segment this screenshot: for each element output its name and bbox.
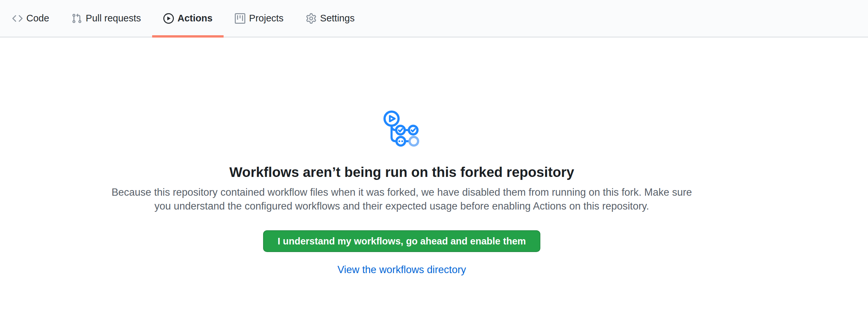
blankslate-title: Workflows aren’t being run on this forke… bbox=[0, 164, 803, 181]
gear-icon bbox=[306, 13, 316, 24]
enable-workflows-button[interactable]: I understand my workflows, go ahead and … bbox=[263, 230, 540, 252]
tab-settings[interactable]: Settings bbox=[295, 0, 366, 37]
project-board-icon bbox=[235, 13, 245, 24]
tab-projects-label: Projects bbox=[249, 13, 283, 23]
repo-tab-bar: Code Pull requests Actions Projects Sett… bbox=[0, 0, 868, 37]
tab-pull-requests-label: Pull requests bbox=[86, 13, 141, 23]
view-workflows-directory-link[interactable]: View the workflows directory bbox=[338, 264, 466, 275]
tab-actions[interactable]: Actions bbox=[152, 0, 224, 37]
tab-actions-label: Actions bbox=[178, 13, 212, 23]
code-icon bbox=[12, 13, 23, 24]
git-pull-request-icon bbox=[71, 13, 82, 24]
enable-button-row: I understand my workflows, go ahead and … bbox=[0, 213, 803, 252]
blankslate-description: Because this repository contained workfl… bbox=[108, 185, 695, 213]
play-circle-icon bbox=[163, 13, 174, 24]
actions-blankslate: Workflows aren’t being run on this forke… bbox=[0, 37, 803, 276]
link-row: View the workflows directory bbox=[0, 264, 803, 276]
tab-projects[interactable]: Projects bbox=[224, 0, 295, 37]
tab-code[interactable]: Code bbox=[1, 0, 60, 37]
actions-workflow-graph-icon bbox=[383, 111, 420, 147]
tab-settings-label: Settings bbox=[320, 13, 354, 23]
tab-code-label: Code bbox=[26, 13, 49, 23]
tab-pull-requests[interactable]: Pull requests bbox=[60, 0, 152, 37]
